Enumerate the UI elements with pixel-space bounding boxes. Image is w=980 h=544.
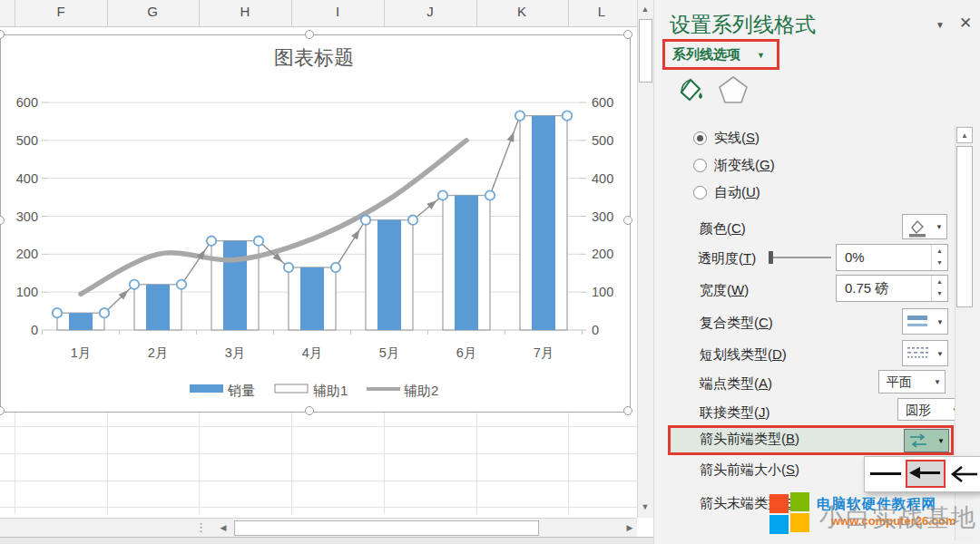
legend-swatch-helper1[interactable] [275, 384, 308, 393]
color-dropdown-icon[interactable]: ▼ [936, 223, 943, 231]
cap-type-dropdown[interactable]: 平面 ▼ [878, 370, 946, 393]
legend-swatch-helper2[interactable] [367, 387, 400, 391]
transparency-value[interactable]: 0% [845, 249, 865, 265]
bar-sales[interactable] [377, 220, 401, 330]
spin-down-icon[interactable]: ▼ [932, 257, 947, 268]
scroll-up-icon[interactable]: ▲ [638, 2, 652, 16]
series-line-marker[interactable] [130, 280, 139, 289]
y-axis-label-left: 0 [31, 323, 38, 337]
series-line-marker[interactable] [53, 308, 62, 317]
dropdown-chevron-icon[interactable]: ▼ [936, 317, 944, 325]
panel-close-icon[interactable]: ✕ [959, 14, 972, 33]
radio-gradient-line[interactable] [693, 159, 707, 172]
column-header-F[interactable]: F [56, 4, 64, 19]
bar-sales[interactable] [223, 241, 247, 330]
selection-handle[interactable] [623, 406, 632, 415]
legend-label[interactable]: 销量 [227, 383, 255, 398]
bar-sales[interactable] [300, 267, 324, 330]
spin-down-icon[interactable]: ▼ [932, 287, 947, 299]
series-line[interactable] [104, 285, 134, 313]
series-line-marker[interactable] [331, 263, 340, 272]
series-line-marker[interactable] [515, 111, 524, 120]
radio-automatic[interactable] [693, 186, 707, 199]
series-line-marker[interactable] [485, 190, 495, 199]
radio-gradient-line-label[interactable]: 渐变线(G) [714, 157, 775, 174]
column-header-H[interactable]: H [240, 4, 250, 19]
scroll-down-icon[interactable]: ▼ [638, 500, 652, 514]
flyout-option-open-arrow[interactable] [950, 464, 979, 488]
spin-up-icon[interactable]: ▲ [932, 276, 947, 287]
series-line-marker[interactable] [361, 215, 370, 224]
selection-handle[interactable] [623, 30, 632, 39]
column-header-I[interactable]: I [336, 4, 339, 19]
paint-bucket-small-icon [906, 217, 929, 238]
cell-gridline [0, 481, 637, 481]
series-line[interactable] [490, 116, 520, 196]
column-header-L[interactable]: L [598, 4, 605, 19]
column-divider [568, 0, 569, 26]
arrow-begin-type-dropdown[interactable]: ▼ [904, 429, 949, 452]
spin-up-icon[interactable]: ▲ [932, 245, 947, 257]
bar-sales[interactable] [69, 313, 93, 330]
radio-solid-line[interactable] [693, 131, 707, 145]
series-line-marker[interactable] [563, 111, 572, 120]
splitter-dots-icon[interactable]: ⋮ [195, 520, 207, 534]
y-axis-label-left: 300 [16, 209, 38, 224]
compound-type-dropdown[interactable]: ▼ [902, 308, 948, 335]
series-line[interactable] [181, 241, 211, 285]
panel-scroll-up-icon[interactable]: ▲ [956, 127, 973, 143]
vertical-scroll-thumb[interactable] [639, 19, 652, 83]
series-line-marker[interactable] [207, 236, 216, 245]
scroll-right-icon[interactable]: ▶ [622, 520, 637, 535]
watermark-brand: 小白实战基地 [819, 501, 977, 534]
selection-handle[interactable] [305, 406, 314, 415]
fill-line-tab[interactable] [672, 73, 707, 109]
width-value[interactable]: 0.75 磅 [845, 280, 888, 297]
column-divider [15, 0, 15, 26]
column-header-J[interactable]: J [426, 4, 434, 19]
radio-automatic-label[interactable]: 自动(U) [714, 184, 760, 201]
legend-swatch-sales[interactable] [190, 384, 223, 393]
scroll-left-icon[interactable]: ◀ [216, 520, 230, 535]
cell-gridline [0, 507, 637, 508]
vertical-scrollbar[interactable]: ▲ ▼ [637, 0, 653, 518]
selection-handle[interactable] [623, 216, 632, 225]
legend-label[interactable]: 辅助1 [313, 383, 348, 398]
column-header-K[interactable]: K [517, 4, 526, 19]
series-line-marker[interactable] [100, 308, 109, 317]
selection-handle[interactable] [305, 30, 314, 39]
x-axis-label: 3月 [225, 345, 246, 360]
bar-sales[interactable] [146, 285, 170, 330]
series-arrows-icon [907, 432, 931, 449]
flyout-option-plain-line[interactable] [870, 472, 901, 475]
chart-object[interactable]: 00100100200200300300400400500500600600图表… [0, 34, 631, 413]
horizontal-scroll-thumb[interactable] [234, 520, 539, 536]
series-line-marker[interactable] [438, 190, 447, 199]
panel-scroll-thumb[interactable] [956, 146, 973, 307]
radio-solid-line-label[interactable]: 实线(S) [714, 130, 760, 147]
series-line-marker[interactable] [177, 280, 186, 289]
chart-title: 图表标题 [274, 46, 354, 69]
dropdown-chevron-icon[interactable]: ▼ [934, 378, 941, 386]
horizontal-scrollbar[interactable]: ⋮ ◀ ▶ [0, 518, 637, 537]
series-line-marker[interactable] [254, 236, 263, 245]
transparency-slider-track[interactable] [773, 257, 831, 258]
panel-menu-chevron-icon[interactable]: ▼ [936, 20, 945, 30]
series-line-marker[interactable] [408, 215, 417, 224]
column-divider [107, 0, 108, 26]
effects-tab[interactable] [718, 74, 749, 108]
column-header-G[interactable]: G [147, 4, 158, 19]
column-divider [384, 0, 385, 26]
series-line-marker[interactable] [284, 263, 293, 272]
bar-sales[interactable] [532, 116, 555, 330]
column-header-row[interactable]: FGHIJKL [0, 0, 637, 27]
dropdown-chevron-icon[interactable]: ▼ [937, 437, 945, 445]
legend-label[interactable]: 辅助2 [404, 383, 438, 398]
flyout-option-solid-arrow[interactable] [906, 460, 946, 488]
transparency-spinbox[interactable]: 0% ▲▼ [836, 244, 948, 271]
width-spinbox[interactable]: 0.75 磅 ▲▼ [836, 275, 948, 302]
dropdown-chevron-icon[interactable]: ▼ [936, 349, 944, 357]
dash-type-dropdown[interactable]: ▼ [902, 340, 948, 366]
bar-sales[interactable] [455, 195, 478, 330]
color-picker-button[interactable]: ▼ [902, 214, 947, 239]
